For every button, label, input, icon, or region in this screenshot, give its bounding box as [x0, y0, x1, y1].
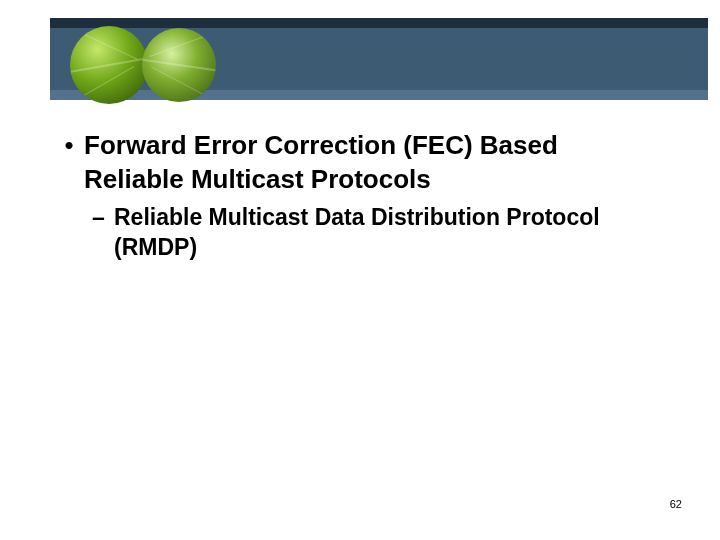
- leaf-sphere-icon: [70, 26, 148, 104]
- leaf-sphere-icon: [142, 28, 216, 102]
- subbullet-text: Reliable Multicast Data Distribution Pro…: [114, 202, 664, 262]
- page-number: 62: [670, 498, 682, 510]
- bullet-text: Forward Error Correction (FEC) Based Rel…: [84, 128, 664, 196]
- bullet-marker: •: [54, 128, 84, 162]
- subbullet-marker: –: [92, 202, 114, 232]
- bullet-level-2: – Reliable Multicast Data Distribution P…: [92, 202, 664, 262]
- banner-bottom-stripe: [50, 90, 708, 100]
- bullet-level-1: • Forward Error Correction (FEC) Based R…: [54, 128, 664, 196]
- banner-top-stripe: [50, 18, 708, 28]
- slide-content: • Forward Error Correction (FEC) Based R…: [54, 128, 664, 262]
